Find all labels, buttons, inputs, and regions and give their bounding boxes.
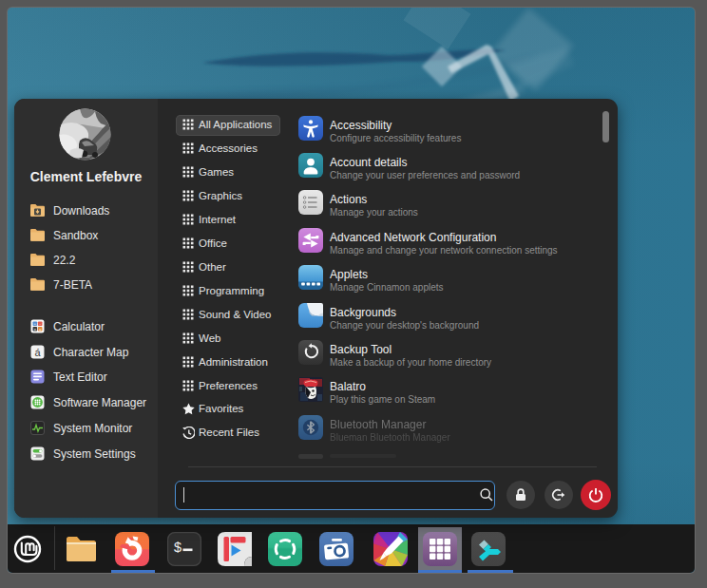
svg-text:á: á [34,347,41,358]
svg-text:+: + [34,321,37,326]
svg-text:=: = [39,327,42,332]
svg-text:$: $ [174,540,182,555]
